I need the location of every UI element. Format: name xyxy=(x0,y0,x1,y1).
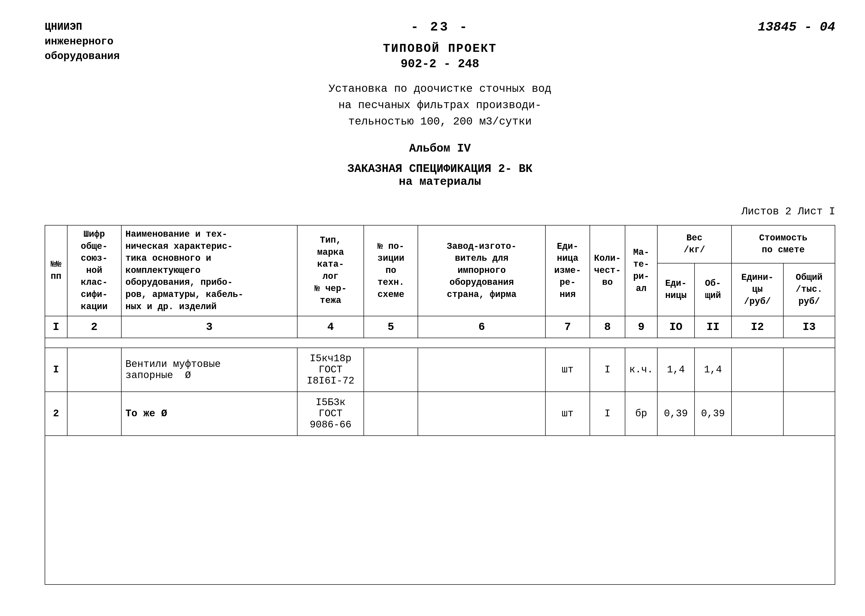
col-header-zavod: Завод-изгото-витель дляимпорногооборудов… xyxy=(418,225,546,316)
col-num-1: I xyxy=(45,316,67,338)
cell-nn: I xyxy=(45,348,67,392)
header: ЦНИИЭП инженерного оборудования 13845 - … xyxy=(45,20,835,196)
col-num-3: 3 xyxy=(121,316,297,338)
sheets-info: Листов 2 Лист I xyxy=(45,206,835,218)
cell-shifr xyxy=(67,392,121,436)
cell-name: Вентили муфтовыезапорные Ø xyxy=(121,348,297,392)
col-num-10: IO xyxy=(657,316,694,338)
cell-ves-ob: 0,39 xyxy=(695,392,731,436)
project-number: 902-2 - 248 xyxy=(401,57,480,71)
col-header-ves-ob: Об-щий xyxy=(695,263,731,316)
col-num-8: 8 xyxy=(590,316,625,338)
col-header-name: Наименование и тех-ническая характерис-т… xyxy=(121,225,297,316)
col-num-4: 4 xyxy=(297,316,364,338)
cell-zavod xyxy=(418,392,546,436)
col-header-ves-ed: Еди-ницы xyxy=(657,263,694,316)
cell-zavod xyxy=(418,348,546,392)
col-num-5: 5 xyxy=(364,316,418,338)
cell-cost-ob xyxy=(783,348,835,392)
page: ЦНИИЭП инженерного оборудования 13845 - … xyxy=(0,0,865,616)
col-num-7: 7 xyxy=(546,316,590,338)
cell-cost-ob xyxy=(783,392,835,436)
table-header-row: №№пп Шифробще-союз-нойклас-сифи-кации На… xyxy=(45,225,835,263)
cell-unit: шт xyxy=(546,348,590,392)
table-row: 2 То же Ø I5Б3кГОСТ9086-66 шт I бр 0,39 … xyxy=(45,392,835,436)
col-header-qty: Коли-чест-во xyxy=(590,225,625,316)
cell-ves-ob: 1,4 xyxy=(695,348,731,392)
table-row: I Вентили муфтовыезапорные Ø I5кч18рГОСТ… xyxy=(45,348,835,392)
project-desc: Установка по доочистке сточных вод на пе… xyxy=(329,81,551,130)
cell-qty: I xyxy=(590,392,625,436)
col-num-13: I3 xyxy=(783,316,835,338)
spec-title: ЗАКАЗНАЯ СПЕЦИФИКАЦИЯ 2- ВК на материалы xyxy=(348,162,532,188)
spec-table: №№пп Шифробще-союз-нойклас-сифи-кации На… xyxy=(45,225,835,585)
col-header-pos: № по-зициипотехн.схеме xyxy=(364,225,418,316)
table-number-row: I 2 3 4 5 6 7 8 9 IO II I2 I3 xyxy=(45,316,835,338)
cell-ves-ed: 1,4 xyxy=(657,348,694,392)
cell-cost-ed xyxy=(731,348,783,392)
doc-number: 13845 - 04 xyxy=(758,20,835,35)
col-num-6: 6 xyxy=(418,316,546,338)
cell-type: I5кч18рГОСТI8I6I-72 xyxy=(297,348,364,392)
spacer-row-bottom xyxy=(45,436,835,585)
cell-mat: бр xyxy=(625,392,657,436)
col-header-cost: Стоимостьпо смете xyxy=(731,225,835,263)
cell-qty: I xyxy=(590,348,625,392)
col-header-unit: Еди-ницаизме-ре-ния xyxy=(546,225,590,316)
col-num-2: 2 xyxy=(67,316,121,338)
col-num-12: I2 xyxy=(731,316,783,338)
page-number: - 23 - xyxy=(410,20,469,35)
cell-pos xyxy=(364,348,418,392)
cell-type: I5Б3кГОСТ9086-66 xyxy=(297,392,364,436)
album-title: Альбом IV xyxy=(409,142,471,155)
cell-cost-ed xyxy=(731,392,783,436)
col-header-nn: №№пп xyxy=(45,225,67,316)
spacer-row xyxy=(45,338,835,348)
cell-mat: к.ч. xyxy=(625,348,657,392)
project-type: ТИПОВОЙ ПРОЕКТ xyxy=(383,42,497,55)
cell-pos xyxy=(364,392,418,436)
col-num-11: II xyxy=(695,316,731,338)
col-num-9: 9 xyxy=(625,316,657,338)
cell-shifr xyxy=(67,348,121,392)
col-header-mat: Ма-те-ри-ал xyxy=(625,225,657,316)
cell-nn: 2 xyxy=(45,392,67,436)
cell-unit: шт xyxy=(546,392,590,436)
org-name: ЦНИИЭП инженерного оборудования xyxy=(45,20,120,63)
col-header-shifr: Шифробще-союз-нойклас-сифи-кации xyxy=(67,225,121,316)
col-header-type: Тип,маркаката-лог№ чер-тежа xyxy=(297,225,364,316)
cell-name: То же Ø xyxy=(121,392,297,436)
col-header-cost-ed: Едини-цы/руб/ xyxy=(731,263,783,316)
col-header-ves: Вес/кг/ xyxy=(657,225,731,263)
col-header-cost-ob: Общий/тыс.руб/ xyxy=(783,263,835,316)
cell-ves-ed: 0,39 xyxy=(657,392,694,436)
